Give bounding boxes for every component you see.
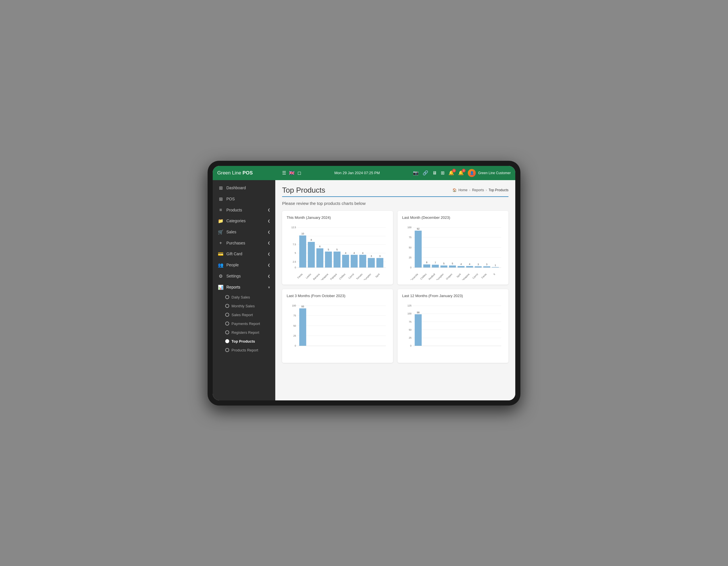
sidebar-item-giftcard[interactable]: 💳 Gift Card ❮ — [213, 248, 275, 259]
sidebar-label-purchases: Purchases — [226, 241, 245, 245]
svg-text:4: 4 — [345, 251, 346, 254]
registers-report-dot — [225, 331, 229, 335]
alert-badge: 2 — [462, 169, 466, 172]
sidebar-item-sales-report[interactable]: Sales Report — [213, 311, 275, 319]
sidebar-label-dashboard: Dashboard — [226, 185, 246, 190]
sidebar-item-reports[interactable]: 📊 Reports ∨ — [213, 282, 275, 293]
chart-last-12-months-title: Last 12 Months (From January 2023) — [402, 294, 504, 298]
sidebar-item-people[interactable]: 👥 People ❮ — [213, 259, 275, 270]
chart-last-3-months-title: Last 3 Months (From October 2023) — [287, 294, 388, 298]
svg-text:50: 50 — [409, 328, 412, 331]
people-icon: 👥 — [218, 262, 224, 268]
alert-icon[interactable]: 🔔 2 — [458, 170, 464, 175]
svg-text:Tomato: Tomato — [355, 272, 363, 280]
sidebar-item-purchases[interactable]: + Purchases ❮ — [213, 237, 275, 248]
camera-icon[interactable]: 📷 — [413, 170, 419, 175]
breadcrumb-parent[interactable]: Reports — [472, 188, 484, 192]
body-layout: ⊞ Dashboard ⊞ POS ≡ Products ❮ 📁 Categor… — [213, 180, 515, 400]
sidebar-item-products[interactable]: ≡ Products ❮ — [213, 204, 275, 215]
grid-icon[interactable]: ⊞ — [441, 170, 444, 175]
svg-text:10: 10 — [301, 232, 304, 235]
tablet-frame: Green Line POS ☰ 🇬🇧 ◻ Mon 29 Jan 2024 07… — [208, 161, 520, 406]
chart-last-3-months-svg: 100 75 50 25 0 93 — [287, 302, 388, 358]
breadcrumb-home-icon: 🏠 — [452, 188, 457, 192]
chart-last-month: Last Month (December 2023) 100 — [398, 211, 508, 285]
sidebar-item-registers-report[interactable]: Registers Report — [213, 328, 275, 337]
sidebar-item-pos[interactable]: ⊞ POS — [213, 193, 275, 204]
svg-rect-23 — [334, 251, 340, 268]
sales-report-dot — [225, 313, 229, 317]
menu-icon[interactable]: ☰ — [282, 170, 286, 175]
svg-rect-61 — [440, 265, 447, 267]
sidebar-item-monthly-sales[interactable]: Monthly Sales — [213, 302, 275, 311]
svg-rect-29 — [351, 255, 357, 267]
products-report-dot — [225, 348, 229, 352]
svg-text:50: 50 — [409, 246, 412, 249]
svg-text:125: 125 — [408, 304, 411, 307]
svg-text:Chillies: Chillies — [338, 272, 346, 280]
page-header: Top Products 🏠 Home › Reports › Top Prod… — [282, 186, 508, 195]
sidebar-item-dashboard[interactable]: ⊞ Dashboard — [213, 182, 275, 193]
top-navigation: Green Line POS ☰ 🇬🇧 ◻ Mon 29 Jan 2024 07… — [213, 166, 515, 180]
svg-text:3: 3 — [379, 254, 380, 257]
svg-text:5: 5 — [452, 262, 453, 265]
svg-text:25: 25 — [409, 256, 412, 259]
svg-text:Fanta: Fanta — [297, 272, 303, 279]
breadcrumb-home[interactable]: Home — [458, 188, 468, 192]
flag-icon[interactable]: 🇬🇧 — [289, 170, 295, 175]
svg-text:12.5: 12.5 — [291, 226, 296, 229]
share-icon[interactable]: 🔗 — [423, 170, 428, 175]
dashboard-icon: ⊞ — [218, 185, 224, 191]
notification-icon[interactable]: 🔔 1 — [448, 170, 454, 175]
sidebar-label-products: Products — [226, 208, 242, 212]
svg-text:25: 25 — [409, 336, 412, 339]
sidebar-item-sales[interactable]: 🛒 Sales ❮ — [213, 226, 275, 237]
svg-rect-26 — [342, 255, 349, 267]
svg-text:Sprit: Sprit — [456, 272, 462, 278]
sidebar-label-settings: Settings — [226, 274, 241, 278]
giftcard-icon: 💳 — [218, 251, 224, 257]
sidebar-item-settings[interactable]: ⚙ Settings ❮ — [213, 270, 275, 282]
breadcrumb-current: Top Products — [489, 188, 508, 192]
monitor-icon[interactable]: 🖥 — [432, 170, 437, 175]
svg-text:4: 4 — [362, 251, 363, 254]
user-profile[interactable]: 👤 Green Line Customer — [468, 169, 511, 177]
registers-report-label: Registers Report — [231, 331, 259, 335]
chart-this-month-svg: 12.5 7.5 5 2.5 0 10 Fanta — [287, 223, 388, 280]
reports-submenu: Daily Sales Monthly Sales Sales Report P… — [213, 293, 275, 355]
sidebar-item-daily-sales[interactable]: Daily Sales — [213, 293, 275, 302]
svg-rect-64 — [449, 265, 456, 267]
chart-last-12-months: Last 12 Months (From January 2023) 125 — [398, 289, 508, 363]
chart-this-month-title: This Month (January 2024) — [287, 215, 388, 220]
avatar: 👤 — [468, 169, 476, 177]
sidebar-item-products-report[interactable]: Products Report — [213, 346, 275, 355]
sidebar-item-payments-report[interactable]: Payments Report — [213, 319, 275, 328]
svg-text:2.5: 2.5 — [293, 260, 296, 263]
monthly-sales-label: Monthly Sales — [231, 304, 255, 308]
svg-text:Mahajana: Mahajana — [460, 272, 470, 280]
svg-text:7.5: 7.5 — [293, 243, 296, 246]
svg-text:5: 5 — [336, 248, 338, 251]
nav-center: Mon 29 Jan 2024 07:25 PM — [303, 171, 411, 175]
page-title: Top Products — [282, 186, 325, 195]
svg-rect-55 — [423, 264, 430, 267]
svg-rect-76 — [483, 266, 490, 267]
svg-text:Carrot: Carrot — [348, 272, 355, 279]
sidebar-label-reports: Reports — [226, 285, 240, 290]
sidebar-item-top-products[interactable]: Top Products — [213, 337, 275, 346]
square-icon[interactable]: ◻ — [297, 170, 301, 175]
sidebar-label-categories: Categories — [226, 218, 246, 223]
svg-text:0: 0 — [410, 266, 411, 269]
svg-rect-58 — [432, 264, 439, 267]
sidebar-item-categories[interactable]: 📁 Categories ❮ — [213, 215, 275, 226]
notification-badge: 1 — [452, 169, 456, 172]
daily-sales-dot — [225, 295, 229, 299]
svg-text:Mahajana: Mahajana — [319, 272, 329, 280]
products-report-label: Products Report — [231, 348, 258, 352]
svg-text:75: 75 — [293, 314, 296, 317]
chart-last-12-months-area: 125 100 75 50 25 0 98 — [402, 302, 504, 358]
svg-rect-52 — [415, 230, 421, 267]
reports-icon: 📊 — [218, 285, 224, 290]
svg-text:100: 100 — [408, 226, 411, 229]
svg-text:Pumpkin: Pumpkin — [436, 272, 444, 280]
